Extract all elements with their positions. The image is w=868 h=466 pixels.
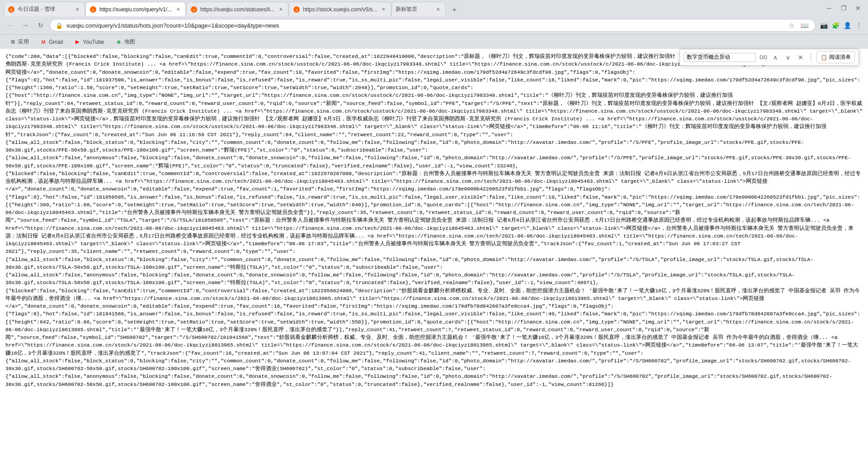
tab-title-new: 新标签页 xyxy=(396,5,432,13)
bookmarks-bar: ⊞ 应用 M Gmail ▶ YouTube ◉ 地图 0/0 ∧ ∨ ✕ 📋 … xyxy=(0,34,868,49)
bookmark-maps[interactable]: ◉ 地图 xyxy=(112,37,139,47)
json-content: {"code":200,"data":[{"blocked":false,"bl… xyxy=(5,52,863,388)
tab-close-new[interactable]: ✕ xyxy=(434,6,442,13)
tab-favicon-today: 今 xyxy=(8,6,15,13)
svg-text:X: X xyxy=(193,8,195,12)
svg-text:X: X xyxy=(92,8,94,12)
star-button[interactable]: ☆ xyxy=(786,20,797,31)
url-icons: ☆ 📖 xyxy=(786,20,810,31)
bookmark-youtube-label: YouTube xyxy=(83,39,104,45)
tab-close-stock-xueqiu[interactable]: ✕ xyxy=(380,6,387,13)
tab-favicon-xueqiu-statuses: X xyxy=(190,6,198,13)
extensions-button[interactable]: 🧩 xyxy=(830,20,841,31)
maximize-button[interactable]: ❐ xyxy=(837,2,850,14)
maps-icon: ◉ xyxy=(115,38,123,46)
tab-close-xueqiu-query[interactable]: ✕ xyxy=(175,6,182,13)
find-count: 0/0 xyxy=(760,54,767,61)
find-close-button[interactable]: ✕ xyxy=(796,53,805,62)
tab-title-xueqiu-statuses: https://xueqiu.com/statuses/li... xyxy=(200,6,274,13)
browser-window: 今 今日话题 - 雪球 ✕ X https://xueqiu.com/query… xyxy=(0,0,868,466)
svg-text:X: X xyxy=(295,8,298,12)
find-prev-button[interactable]: ∧ xyxy=(771,53,780,62)
bookmark-apps[interactable]: ⊞ 应用 xyxy=(5,37,33,47)
reading-view-button[interactable]: 📖 xyxy=(799,20,810,31)
tabs-container: 今 今日话题 - 雪球 ✕ X https://xueqiu.com/query… xyxy=(4,0,819,16)
url-text: xueqiu.com/query/v1/status/hots.json?cou… xyxy=(66,22,783,29)
reading-list-button[interactable]: 📋 阅读清单 xyxy=(816,51,855,63)
find-input[interactable] xyxy=(684,53,756,62)
url-bar[interactable]: 🔒 xueqiu.com/query/v1/status/hots.json?c… xyxy=(50,19,816,32)
gmail-icon: M xyxy=(40,38,47,46)
apps-icon: ⊞ xyxy=(9,38,16,46)
bookmark-gmail[interactable]: M Gmail xyxy=(36,38,66,47)
refresh-button[interactable]: ↻ xyxy=(34,19,47,32)
window-controls: ─ ❐ ✕ xyxy=(823,2,864,14)
toolbar-icons: 📷 🧩 👤 ⋮ xyxy=(818,20,864,31)
tab-xueqiu-query[interactable]: X https://xueqiu.com/query/v1/... ✕ xyxy=(85,2,186,16)
tab-close-xueqiu-statuses[interactable]: ✕ xyxy=(277,6,284,13)
screenshot-button[interactable]: 📷 xyxy=(818,20,829,31)
svg-text:今: 今 xyxy=(9,8,13,12)
tab-today[interactable]: 今 今日话题 - 雪球 ✕ xyxy=(4,2,85,16)
tab-favicon-stock-xueqiu: X xyxy=(293,6,300,13)
find-next-button[interactable]: ∨ xyxy=(783,53,793,62)
tab-title-xueqiu-query: https://xueqiu.com/query/v1/... xyxy=(99,6,172,13)
profile-button[interactable]: 👤 xyxy=(842,20,853,31)
new-tab-button[interactable]: + xyxy=(448,4,461,16)
lock-icon: 🔒 xyxy=(56,22,63,29)
youtube-icon: ▶ xyxy=(74,38,81,46)
bookmark-gmail-label: Gmail xyxy=(49,39,63,45)
tab-stock-xueqiu[interactable]: X https://stock.xueqiu.com/v5/s... ✕ xyxy=(289,2,391,16)
tab-close-today[interactable]: ✕ xyxy=(74,6,81,13)
title-bar: 今 今日话题 - 雪球 ✕ X https://xueqiu.com/query… xyxy=(0,0,868,16)
minimize-button[interactable]: ─ xyxy=(823,2,835,14)
page-content[interactable]: {"code":200,"data":[{"blocked":false,"bl… xyxy=(0,49,868,466)
address-bar: ← → ↻ 🔒 xueqiu.com/query/v1/status/hots.… xyxy=(0,16,868,34)
bookmark-maps-label: 地图 xyxy=(124,38,135,46)
reading-list-icon: 📋 xyxy=(821,54,827,61)
close-window-button[interactable]: ✕ xyxy=(852,2,864,14)
reading-list-label: 阅读清单 xyxy=(829,53,851,61)
find-bar: 0/0 ∧ ∨ ✕ 📋 阅读清单 xyxy=(679,49,859,66)
back-button[interactable]: ← xyxy=(4,19,16,32)
forward-button[interactable]: → xyxy=(19,19,32,32)
tab-title-stock-xueqiu: https://stock.xueqiu.com/v5/s... xyxy=(303,6,377,13)
tab-favicon-xueqiu-query: X xyxy=(90,6,97,13)
bookmark-apps-label: 应用 xyxy=(18,38,29,46)
tab-xueqiu-statuses[interactable]: X https://xueqiu.com/statuses/li... ✕ xyxy=(186,2,288,16)
tab-new[interactable]: 新标签页 ✕ xyxy=(392,2,446,16)
tab-title-today: 今日话题 - 雪球 xyxy=(18,5,71,13)
settings-button[interactable]: ⋮ xyxy=(854,20,864,31)
bookmark-youtube[interactable]: ▶ YouTube xyxy=(70,38,108,47)
